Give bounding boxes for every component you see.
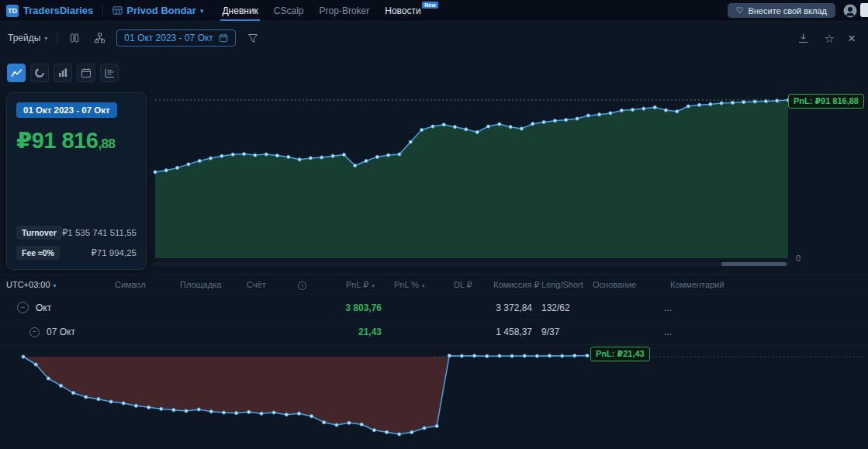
sitemap-icon[interactable] bbox=[92, 30, 107, 46]
pnl-whole: ₽91 816 bbox=[16, 128, 98, 153]
group-label: Окт bbox=[36, 302, 51, 313]
toolbar-divider bbox=[57, 32, 57, 44]
turnover-value: ₽1 535 741 511,55 bbox=[62, 227, 137, 238]
trades-dropdown[interactable]: Трейды ▾ bbox=[8, 33, 47, 43]
nav-item-news-label: Новости bbox=[385, 5, 420, 16]
period-pnl-value: ₽91 816,88 bbox=[16, 127, 137, 154]
chevron-down-icon: ▾ bbox=[54, 282, 57, 289]
period-summary-card: 01 Окт 2023 - 07 Окт ₽91 816,88 Turnover… bbox=[6, 92, 147, 270]
fee-row: Fee ≈0% ₽71 994,25 bbox=[16, 246, 137, 260]
chart-type-tabs bbox=[7, 64, 119, 82]
col-account: Счёт bbox=[247, 275, 266, 295]
col-symbol: Символ bbox=[115, 275, 146, 295]
contribute-button[interactable]: ♡ Внесите свой вклад bbox=[728, 3, 835, 18]
chart-scrollbar-handle[interactable] bbox=[721, 262, 787, 266]
cropped-edge-button[interactable] bbox=[860, 3, 868, 17]
clock-icon bbox=[297, 280, 307, 294]
period-date-badge[interactable]: 01 Окт 2023 - 07 Окт bbox=[16, 102, 117, 118]
pnl-fraction: ,88 bbox=[98, 136, 115, 151]
report-chart-tab[interactable] bbox=[100, 64, 119, 82]
col-platform: Площадка bbox=[180, 275, 221, 295]
app-root: TD TradersDiaries Privod Bondar ▾ Дневни… bbox=[0, 0, 868, 449]
long-short-cell: 132/62 bbox=[541, 295, 570, 319]
layout-columns-icon[interactable] bbox=[67, 30, 82, 46]
calendar-icon bbox=[219, 33, 228, 43]
commission-cell: 3 372,84 bbox=[470, 295, 532, 319]
col-pnl-pct[interactable]: PnL %▾ bbox=[394, 275, 425, 295]
heart-icon: ♡ bbox=[736, 5, 744, 16]
timezone-dropdown[interactable]: UTC+03:00▾ bbox=[6, 275, 57, 295]
group-row-month[interactable]: − Окт 3 803,76 3 372,84 132/62 ... bbox=[0, 295, 868, 320]
group-label: 07 Окт bbox=[47, 326, 75, 337]
trades-table-header: UTC+03:00▾ Символ Площадка Счёт PnL ₽▾ P… bbox=[0, 275, 868, 295]
topbar-divider bbox=[102, 5, 103, 16]
group-toggle[interactable]: − Окт bbox=[17, 295, 51, 319]
user-avatar[interactable] bbox=[843, 4, 857, 18]
sort-caret-icon: ▾ bbox=[372, 283, 375, 288]
comment-cell: ... bbox=[664, 295, 672, 319]
close-icon[interactable]: × bbox=[848, 32, 856, 45]
contribute-label: Внесите свой вклад bbox=[748, 6, 827, 16]
date-range-picker[interactable]: 01 Окт 2023 - 07 Окт bbox=[116, 29, 236, 47]
col-pnl-rub[interactable]: PnL ₽▾ bbox=[346, 275, 375, 295]
col-commission: Комиссия ₽ bbox=[493, 275, 539, 295]
nav-item-cscalp[interactable]: CScalp bbox=[266, 0, 312, 21]
donut-chart-tab[interactable] bbox=[30, 64, 49, 82]
nav-item-prop-broker[interactable]: Prop-Broker bbox=[312, 0, 378, 21]
main-nav: Дневник CScalp Prop-Broker Новости New bbox=[214, 0, 436, 21]
date-range-label: 01 Окт 2023 - 07 Окт bbox=[124, 33, 213, 43]
pnl-cell: 21,43 bbox=[321, 319, 382, 344]
chart-scrollbar[interactable] bbox=[152, 262, 790, 266]
commission-cell: 1 458,37 bbox=[470, 319, 532, 344]
sort-caret-icon: ▾ bbox=[422, 283, 425, 288]
fee-value: ₽71 994,25 bbox=[92, 247, 137, 258]
topbar-right: ♡ Внесите свой вклад bbox=[728, 3, 868, 18]
collapse-minus-icon[interactable]: − bbox=[29, 327, 40, 337]
trades-label: Трейды bbox=[8, 33, 40, 43]
filters-toolbar: Трейды ▾ 01 Окт 2023 - 07 Окт ☆ × bbox=[0, 22, 868, 54]
comment-cell: ... bbox=[664, 319, 672, 344]
long-short-cell: 9/37 bbox=[541, 319, 559, 344]
download-icon[interactable] bbox=[796, 30, 811, 46]
workspace-selector[interactable]: Privod Bondar ▾ bbox=[112, 5, 203, 16]
brand-name: TradersDiaries bbox=[23, 5, 93, 16]
chevron-down-icon: ▾ bbox=[44, 35, 47, 42]
pnl-cell: 3 803,76 bbox=[321, 295, 382, 319]
topbar: TD TradersDiaries Privod Bondar ▾ Дневни… bbox=[0, 0, 868, 22]
turnover-row: Turnover ₽1 535 741 511,55 bbox=[16, 226, 137, 240]
y-axis-zero-label: 0 bbox=[796, 254, 801, 263]
turnover-label: Turnover bbox=[16, 226, 62, 240]
group-row-day[interactable]: − 07 Окт 21,43 1 458,37 9/37 ... bbox=[0, 319, 868, 345]
bar-chart-tab[interactable] bbox=[54, 64, 72, 82]
filter-funnel-icon[interactable] bbox=[245, 30, 261, 46]
col-dl: DL ₽ bbox=[454, 275, 472, 295]
workspace-grid-icon bbox=[112, 5, 123, 16]
collapse-minus-icon[interactable]: − bbox=[17, 302, 29, 313]
col-comment: Комментарий bbox=[670, 275, 724, 295]
drawdown-chart[interactable] bbox=[0, 345, 868, 449]
nav-item-diary[interactable]: Дневник bbox=[214, 0, 265, 21]
nav-item-news[interactable]: Новости New bbox=[377, 0, 436, 21]
pnl-day-badge: PnL: ₽21,43 bbox=[590, 347, 650, 361]
app-logo-icon[interactable]: TD bbox=[6, 5, 19, 17]
pnl-total-badge: PnL: ₽91 816,88 bbox=[788, 94, 864, 109]
fee-label: Fee ≈0% bbox=[16, 246, 60, 260]
workspace-name: Privod Bondar bbox=[126, 5, 196, 16]
new-badge: New bbox=[422, 2, 437, 9]
group-toggle[interactable]: − 07 Окт bbox=[29, 319, 75, 344]
chevron-down-icon: ▾ bbox=[200, 7, 204, 15]
summary-stats: Turnover ₽1 535 741 511,55 Fee ≈0% ₽71 9… bbox=[16, 226, 137, 260]
col-basis: Основание bbox=[593, 275, 636, 295]
calendar-view-tab[interactable] bbox=[77, 64, 95, 82]
star-icon[interactable]: ☆ bbox=[825, 33, 835, 44]
toolbar-right: ☆ × bbox=[796, 30, 860, 46]
line-chart-tab[interactable] bbox=[7, 64, 26, 82]
col-long-short: Long/Short bbox=[541, 275, 583, 295]
